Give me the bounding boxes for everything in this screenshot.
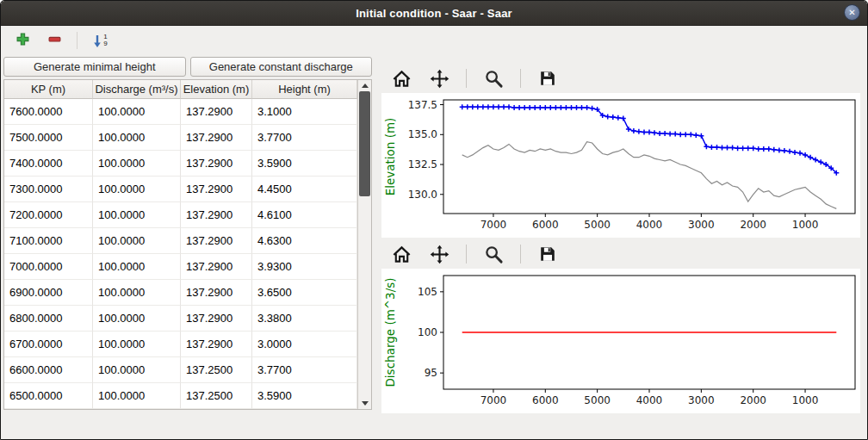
- table-cell[interactable]: 7600.0000: [4, 99, 93, 125]
- sort-button[interactable]: 19: [90, 31, 109, 50]
- svg-text:135.0: 135.0: [408, 128, 437, 140]
- table-cell[interactable]: 137.2900: [181, 228, 252, 254]
- close-button[interactable]: ✕: [844, 4, 860, 21]
- table-cell[interactable]: 4.4500: [252, 177, 357, 202]
- table-scrollbar[interactable]: [357, 80, 371, 409]
- table-cell[interactable]: 100.0000: [93, 125, 181, 151]
- plot-canvas[interactable]: 700060005000400030002000100095100105Disc…: [381, 269, 860, 412]
- table-cell[interactable]: 137.2900: [181, 280, 252, 306]
- generate-minimal-height-button[interactable]: Generate minimal height: [3, 57, 186, 77]
- table-cell[interactable]: 100.0000: [93, 280, 181, 306]
- table-cell[interactable]: 3.1000: [252, 99, 357, 125]
- save-icon[interactable]: [536, 67, 559, 90]
- table-cell[interactable]: 137.2900: [181, 125, 252, 151]
- add-row-button[interactable]: [13, 31, 32, 50]
- table-cell[interactable]: 3.9300: [252, 254, 357, 280]
- column-header[interactable]: KP (m): [4, 80, 93, 99]
- table-cell[interactable]: 137.2900: [181, 306, 252, 332]
- svg-text:137.5: 137.5: [408, 99, 437, 111]
- table-body: 7600.0000100.0000137.29003.10007500.0000…: [4, 99, 357, 409]
- table-cell[interactable]: 3.7700: [252, 125, 357, 151]
- table-cell[interactable]: 100.0000: [93, 177, 181, 202]
- table-cell[interactable]: 100.0000: [93, 332, 181, 357]
- home-icon[interactable]: [390, 243, 412, 265]
- title-bar[interactable]: Initial condition - Saar - Saar ✕: [1, 1, 867, 26]
- generate-constant-discharge-button[interactable]: Generate constant discharge: [190, 57, 373, 77]
- table-cell[interactable]: 100.0000: [93, 151, 181, 177]
- table-cell[interactable]: 3.0000: [252, 332, 357, 357]
- table-cell[interactable]: 4.6100: [252, 202, 357, 228]
- minus-icon: [48, 33, 61, 49]
- table-cell[interactable]: 3.7700: [252, 357, 357, 383]
- column-header[interactable]: Height (m): [252, 80, 357, 99]
- scroll-up-arrow-icon[interactable]: [358, 80, 371, 91]
- table-cell[interactable]: 6900.0000: [4, 280, 93, 306]
- toolbar-separator: [520, 69, 521, 88]
- table-cell[interactable]: 100.0000: [93, 357, 181, 383]
- table-cell[interactable]: 137.2900: [181, 151, 252, 177]
- pan-icon[interactable]: [428, 243, 450, 265]
- table-cell[interactable]: 7400.0000: [4, 151, 93, 177]
- table-cell[interactable]: 137.2900: [181, 99, 252, 125]
- table-cell[interactable]: 100.0000: [93, 306, 181, 332]
- table-cell[interactable]: 137.2500: [181, 357, 252, 383]
- plot-canvas[interactable]: 7000600050004000300020001000130.0132.513…: [381, 93, 860, 236]
- save-icon[interactable]: [536, 243, 559, 265]
- table-cell[interactable]: 137.2900: [181, 202, 252, 228]
- elevation-figure: 7000600050004000300020001000130.0132.513…: [381, 93, 860, 238]
- table-cell[interactable]: 7300.0000: [4, 177, 93, 202]
- scroll-down-arrow-icon[interactable]: [358, 398, 371, 409]
- column-header[interactable]: Elevation (m): [181, 80, 252, 99]
- svg-text:130.0: 130.0: [408, 189, 437, 201]
- close-icon: ✕: [848, 8, 855, 17]
- plot-toolbar-elevation: [381, 64, 860, 93]
- table-area: KP (m)Discharge (m³/s)Elevation (m)Heigh…: [4, 80, 357, 409]
- table-cell[interactable]: 100.0000: [93, 383, 181, 409]
- table-cell[interactable]: 3.5900: [252, 151, 357, 177]
- svg-text:7000: 7000: [480, 219, 507, 231]
- app-window: Initial condition - Saar - Saar ✕ 19: [0, 0, 868, 440]
- svg-text:4000: 4000: [636, 219, 663, 231]
- table-cell[interactable]: 137.2900: [181, 254, 252, 280]
- table-cell[interactable]: 6600.0000: [4, 357, 93, 383]
- scrollbar-thumb[interactable]: [359, 91, 370, 196]
- plots-panel: 7000600050004000300020001000130.0132.513…: [374, 55, 867, 440]
- table-cell[interactable]: 7200.0000: [4, 202, 93, 228]
- table-cell[interactable]: 6800.0000: [4, 306, 93, 332]
- table-cell[interactable]: 137.2500: [181, 383, 252, 409]
- svg-text:6000: 6000: [532, 394, 559, 406]
- svg-text:4000: 4000: [636, 394, 663, 406]
- remove-row-button[interactable]: [45, 31, 64, 50]
- zoom-icon[interactable]: [482, 243, 505, 265]
- zoom-icon[interactable]: [482, 67, 505, 90]
- table-cell[interactable]: 7000.0000: [4, 254, 93, 280]
- svg-text:132.5: 132.5: [408, 158, 437, 170]
- svg-text:5000: 5000: [584, 219, 611, 231]
- table-cell[interactable]: 100.0000: [93, 99, 181, 125]
- home-icon[interactable]: [390, 67, 412, 90]
- table-cell[interactable]: 137.2900: [181, 332, 252, 357]
- svg-text:105: 105: [418, 286, 437, 298]
- table-cell[interactable]: 6700.0000: [4, 332, 93, 357]
- table-cell[interactable]: 3.3800: [252, 306, 357, 332]
- scrollbar-track[interactable]: [359, 91, 370, 398]
- table-cell[interactable]: 100.0000: [93, 228, 181, 254]
- table-cell[interactable]: 137.2900: [181, 177, 252, 202]
- table-cell[interactable]: 4.6300: [252, 228, 357, 254]
- table-cell[interactable]: 7100.0000: [4, 228, 93, 254]
- table-cell[interactable]: 100.0000: [93, 254, 181, 280]
- table-cell[interactable]: 100.0000: [93, 202, 181, 228]
- toolbar-separator: [520, 245, 521, 263]
- table-cell[interactable]: 3.5900: [252, 383, 357, 409]
- table-cell[interactable]: 6500.0000: [4, 383, 93, 409]
- table-cell[interactable]: 3.6500: [252, 280, 357, 306]
- column-header[interactable]: Discharge (m³/s): [93, 80, 181, 99]
- table-header: KP (m)Discharge (m³/s)Elevation (m)Heigh…: [4, 80, 357, 99]
- pan-icon[interactable]: [428, 67, 450, 90]
- window-title: Initial condition - Saar - Saar: [356, 7, 512, 20]
- toolbar-separator: [466, 245, 467, 263]
- table-cell[interactable]: 7500.0000: [4, 125, 93, 151]
- toolbar-separator: [77, 32, 78, 49]
- generate-buttons-row: Generate minimal height Generate constan…: [3, 57, 372, 77]
- svg-text:6000: 6000: [532, 219, 559, 231]
